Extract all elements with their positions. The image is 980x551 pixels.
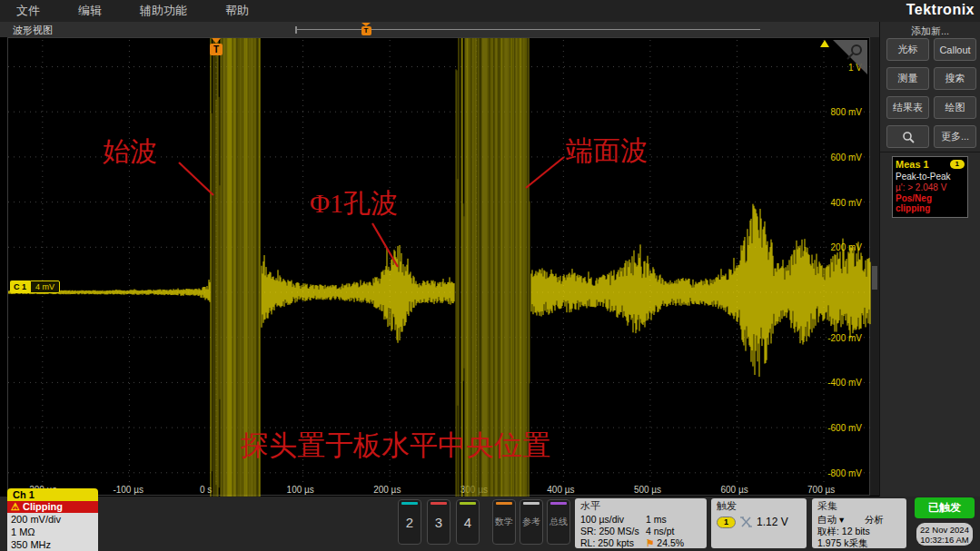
measurement-status: Pos/Neg clipping	[896, 193, 965, 213]
tab-bar: 波形视图 T	[0, 22, 879, 37]
channel1-position-marker[interactable]: C 1 4 mV	[10, 280, 60, 294]
trigger-position-percent: 24.5%	[657, 537, 684, 549]
sidebar-button-3[interactable]: 测量	[886, 67, 929, 90]
channel1-label: C 1	[10, 280, 30, 293]
acquisition-analyze[interactable]: 分析	[865, 514, 884, 526]
channel1-bandwidth: 350 MHz	[7, 538, 98, 551]
channel-color-stripe	[460, 502, 476, 505]
datetime-badge: 22 Nov 2024 10:32:16 AM	[916, 523, 973, 546]
trigger-position-flag-icon: ⚑	[646, 537, 654, 549]
magnifier-icon	[902, 131, 915, 143]
menu-bar: 文件编辑辅助功能帮助	[0, 0, 980, 22]
channel-color-stripe	[550, 502, 567, 505]
scrollbar-handle[interactable]	[872, 266, 877, 290]
horizontal-scale: 100 µs/div	[580, 514, 646, 526]
trigger-position-marker[interactable]: T	[360, 23, 372, 36]
channel1-badge[interactable]: Ch 1 ⚠ Clipping 200 mV/div 1 MΩ 350 MHz	[7, 488, 98, 551]
channel-color-stripe	[496, 502, 512, 505]
channel-button-label: 数学	[495, 516, 513, 528]
channel1-offset: 4 mV	[30, 280, 60, 293]
channel-button-数学[interactable]: 数学	[492, 499, 516, 545]
horizontal-title: 水平	[580, 499, 701, 513]
sidebar-button-4[interactable]: 搜索	[934, 67, 976, 90]
trigger-source-badge: 1	[717, 517, 736, 528]
channel-button-label: 4	[464, 515, 471, 530]
menu-item-2[interactable]: 编辑	[78, 3, 102, 19]
acquisition-badge[interactable]: 采集 自动 ▾分析 取样: 12 bits 1.975 k采集	[812, 498, 906, 548]
channel-color-stripe	[431, 502, 447, 505]
acquisition-count: 1.975 k采集	[817, 537, 901, 549]
trigger-level: 1.12 V	[757, 516, 788, 528]
channel-button-label: 总线	[549, 516, 568, 528]
channel1-impedance: 1 MΩ	[7, 526, 98, 538]
channel-button-label: 2	[406, 515, 413, 530]
vertical-scrollbar[interactable]	[870, 37, 879, 496]
channel1-clipping-warning: ⚠ Clipping	[7, 501, 98, 513]
channel-button-4[interactable]: 4	[456, 499, 480, 545]
trigger-title: 触发	[717, 499, 801, 513]
tab-waveform-view[interactable]: 波形视图	[13, 24, 53, 37]
horizontal-badge[interactable]: 水平 100 µs/div1 ms SR: 250 MS/s4 ns/pt RL…	[575, 498, 707, 548]
sidebar-button-2[interactable]: Callout	[934, 38, 976, 61]
corner-zoom-icon[interactable]	[820, 40, 867, 74]
results-sidebar: 添加新... 光标Callout测量搜索结果表绘图更多... Meas 1 1 …	[879, 22, 980, 551]
svg-text:T: T	[213, 44, 219, 54]
channel1-badge-title[interactable]: Ch 1	[7, 488, 98, 501]
tektronix-logo: Tektronix	[906, 2, 975, 18]
menu-item-1[interactable]: 文件	[16, 3, 40, 19]
waveform-graticule[interactable]: 1 V800 mV600 mV400 mV200 mV-200 mV-400 m…	[7, 37, 870, 496]
sample-rate: SR: 250 MS/s	[580, 526, 646, 537]
measurement-value: µ': > 2.048 V	[896, 182, 965, 192]
sidebar-button-6[interactable]: 绘图	[934, 96, 976, 119]
measurement-type: Peak-to-Peak	[896, 172, 965, 182]
channel-button-总线[interactable]: 总线	[547, 499, 570, 545]
channel-button-参考[interactable]: 参考	[520, 499, 543, 545]
sidebar-button-1[interactable]: 光标	[886, 38, 929, 61]
channel-color-stripe	[523, 502, 539, 505]
trigger-level-offscale-arrow	[820, 40, 829, 47]
annotation-caption: 探头置于板水平中央位置	[241, 427, 550, 465]
warning-icon: ⚠	[11, 501, 20, 512]
time-label: 10:32:16 AM	[920, 535, 968, 545]
channel1-scale: 200 mV/div	[7, 513, 98, 526]
channel-color-stripe	[401, 502, 418, 505]
channel-button-3[interactable]: 3	[427, 499, 450, 545]
channel-button-label: 参考	[522, 516, 540, 528]
sidebar-button-5[interactable]: 结果表	[886, 96, 929, 119]
menu-item-3[interactable]: 辅助功能	[140, 3, 187, 19]
acquisition-mode[interactable]: 自动 ▾	[817, 514, 865, 526]
triggered-status-button[interactable]: 已触发	[915, 497, 975, 518]
acquisition-sample: 取样: 12 bits	[817, 526, 901, 537]
sidebar-divider	[880, 152, 980, 153]
horizontal-window: 1 ms	[646, 514, 667, 526]
measurement-source-badge: 1	[950, 160, 965, 169]
sidebar-button-grid: 光标Callout测量搜索结果表绘图更多...	[886, 38, 977, 148]
trigger-badge[interactable]: 触发 1 1.12 V	[711, 498, 807, 548]
add-new-label: 添加新...	[880, 25, 980, 38]
date-label: 22 Nov 2024	[920, 525, 969, 535]
acquisition-title: 采集	[817, 499, 901, 513]
sidebar-zoom-button[interactable]	[886, 125, 929, 148]
record-length: RL: 250 kpts	[580, 537, 646, 549]
channel-button-2[interactable]: 2	[398, 499, 421, 545]
channel-button-label: 3	[435, 515, 442, 530]
slider-bracket	[295, 26, 297, 34]
sidebar-button-8[interactable]: 更多...	[934, 125, 976, 148]
annotation-hole-wave: Φ1孔波	[310, 185, 398, 222]
annotation-initial-wave: 始波	[103, 133, 157, 171]
measurement-badge[interactable]: Meas 1 1 Peak-to-Peak µ': > 2.048 V Pos/…	[892, 156, 968, 218]
resolution: 4 ns/pt	[646, 526, 675, 537]
annotation-end-face-wave: 端面波	[566, 133, 648, 170]
measurement-title: Meas 1	[896, 159, 929, 170]
trigger-marker-t-icon: T	[361, 26, 371, 35]
menu-item-4[interactable]: 帮助	[225, 3, 249, 19]
either-edge-icon	[740, 517, 752, 527]
